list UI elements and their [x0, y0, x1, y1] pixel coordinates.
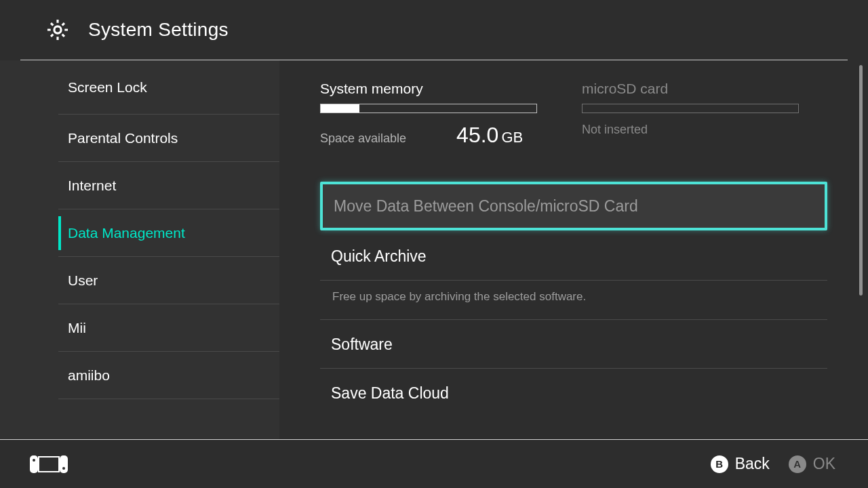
option-software[interactable]: Software — [320, 320, 827, 369]
sidebar-item-label: Parental Controls — [68, 130, 178, 146]
sidebar-item-internet[interactable]: Internet — [0, 162, 279, 209]
ok-label: OK — [813, 455, 835, 473]
svg-rect-4 — [39, 458, 58, 471]
svg-rect-2 — [60, 455, 68, 473]
sidebar-item-screen-lock[interactable]: Screen Lock — [0, 60, 279, 115]
sidebar-item-label: Mii — [68, 320, 86, 336]
footer: B Back A OK — [0, 439, 868, 488]
storage-summary: System memory Space available 45.0GB mic… — [320, 81, 827, 148]
page-title: System Settings — [88, 19, 229, 41]
sidebar-item-mii[interactable]: Mii — [0, 304, 279, 352]
storage-sd: microSD card Not inserted — [582, 81, 806, 148]
storage-system: System memory Space available 45.0GB — [320, 81, 544, 148]
sidebar-item-user[interactable]: User — [0, 257, 279, 304]
option-label: Move Data Between Console/microSD Card — [334, 197, 638, 216]
storage-system-bar — [320, 104, 537, 113]
sidebar-item-label: amiibo — [68, 367, 110, 384]
storage-sd-status: Not inserted — [582, 123, 648, 137]
sidebar-item-label: Data Management — [68, 225, 185, 241]
svg-rect-1 — [30, 455, 38, 473]
sidebar-item-label: User — [68, 272, 98, 289]
back-button[interactable]: B Back — [711, 455, 770, 473]
option-quick-archive[interactable]: Quick Archive — [320, 232, 827, 281]
active-indicator — [58, 216, 61, 250]
option-label: Quick Archive — [331, 247, 427, 266]
option-label: Save Data Cloud — [331, 384, 449, 403]
sidebar-item-parental-controls[interactable]: Parental Controls — [0, 115, 279, 162]
storage-available-value: 45.0 — [456, 123, 498, 147]
content-panel: System memory Space available 45.0GB mic… — [279, 60, 868, 439]
storage-sd-title: microSD card — [582, 81, 806, 97]
scrollbar[interactable] — [859, 65, 863, 296]
sidebar-item-label: Internet — [68, 178, 116, 194]
sidebar: Screen Lock Parental Controls Internet D… — [0, 60, 279, 439]
storage-system-title: System memory — [320, 81, 544, 97]
option-save-data-cloud[interactable]: Save Data Cloud — [320, 369, 827, 418]
storage-available-unit: GB — [501, 129, 523, 146]
option-quick-archive-desc: Free up space by archiving the selected … — [320, 281, 827, 320]
b-button-icon: B — [711, 455, 728, 473]
svg-point-0 — [54, 26, 61, 33]
gear-icon — [45, 17, 71, 43]
a-button-icon: A — [789, 455, 806, 473]
header: System Settings — [0, 0, 868, 60]
sidebar-item-label: Screen Lock — [68, 79, 147, 96]
storage-system-bar-fill — [321, 104, 359, 113]
controller-icon — [30, 455, 68, 473]
option-label: Software — [331, 336, 393, 354]
svg-point-6 — [62, 467, 65, 470]
storage-sd-bar — [582, 104, 799, 113]
svg-point-5 — [33, 459, 35, 462]
ok-button[interactable]: A OK — [789, 455, 835, 473]
sidebar-item-data-management[interactable]: Data Management — [0, 209, 279, 257]
back-label: Back — [735, 455, 770, 473]
option-move-data[interactable]: Move Data Between Console/microSD Card — [320, 182, 827, 230]
sidebar-item-amiibo[interactable]: amiibo — [0, 352, 279, 399]
storage-available-label: Space available — [320, 131, 406, 146]
